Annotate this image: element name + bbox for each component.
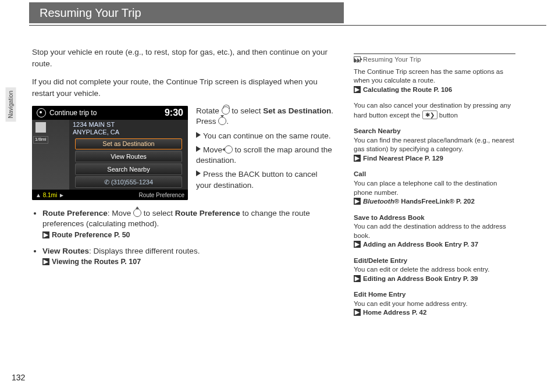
- updown-dial-icon: [133, 209, 141, 217]
- section-tab: Navigation: [6, 87, 16, 122]
- xref-page: P. 129: [423, 155, 443, 162]
- xref-text: Home Address: [363, 309, 410, 316]
- section-tab-label: Navigation: [8, 91, 14, 118]
- shot-titlebar: Continue trip to 9:30: [32, 106, 188, 120]
- t: You can edit or delete the address book …: [354, 266, 489, 273]
- t: You can place a telephone call to the de…: [354, 180, 497, 196]
- t: Rotate: [196, 106, 222, 115]
- t: : Move: [108, 209, 133, 218]
- main-column: Stop your vehicle en route (e.g., to res…: [32, 47, 335, 273]
- home-icon: [37, 108, 46, 117]
- side-block-cancel: You can also cancel your destination by …: [354, 101, 515, 120]
- t: : Displays three different routes.: [89, 247, 200, 255]
- keycap-glyph: ✱: [425, 112, 430, 118]
- instr-rotate: Rotate to select Set as Destination. Pre…: [196, 106, 335, 127]
- title: Edit/Delete Entry: [354, 256, 515, 266]
- side-block-edit-home: Edit Home Entry You can edit your home a…: [354, 290, 515, 318]
- shot-btn-search-nearby: Search Nearby: [75, 163, 182, 175]
- side-block-edit-delete: Edit/Delete Entry You can edit or delete…: [354, 256, 515, 284]
- xref-icon: ▶: [354, 275, 361, 282]
- xref-page: P. 202: [454, 198, 475, 205]
- xref-icon: ▶: [42, 231, 49, 238]
- shot-clock: 9:30: [165, 106, 183, 119]
- star-button-keycap: ✱❯: [422, 111, 437, 120]
- instruction-block: Rotate to select Set as Destination. Pre…: [196, 106, 335, 194]
- side-rule: [354, 54, 515, 54]
- shot-distance: ▲ 8.1mi ►: [35, 191, 65, 199]
- xref-bluetooth-hfl: ▶Bluetooth® HandsFreeLink® P. 202: [354, 198, 475, 205]
- page-title: Resuming Your Trip: [29, 2, 344, 23]
- side-block-continue-trip: The Continue Trip screen has the same op…: [354, 67, 515, 95]
- xref-page: P. 39: [461, 275, 478, 282]
- addr-line1: 1234 MAIN ST: [73, 121, 115, 128]
- xref-text: Editing an Address Book Entry: [363, 275, 461, 282]
- triangle-icon: [196, 146, 201, 152]
- xref-icon: ▶: [354, 155, 361, 162]
- xref-text: Calculating the Route: [363, 86, 432, 93]
- xref-home-address: ▶Home Address P. 42: [354, 309, 426, 316]
- xref-edit-address: ▶Editing an Address Book Entry P. 39: [354, 275, 478, 282]
- xref-route-preference: ▶Route Preference P. 50: [42, 231, 130, 239]
- side-column: Resuming Your Trip The Continue Trip scr…: [354, 54, 515, 325]
- xref-text: Adding an Address Book Entry: [363, 241, 462, 248]
- fastfwd-icon: [354, 58, 360, 63]
- header-rule: [29, 25, 546, 26]
- title: Search Nearby: [354, 127, 515, 136]
- bullet-view-routes: View Routes: Displays three different ro…: [42, 246, 335, 267]
- xref-text-italic: Bluetooth: [363, 198, 394, 205]
- xref-icon: ▶: [354, 309, 361, 316]
- shot-map: 1/8mi: [32, 120, 69, 190]
- screenshot-row: Continue trip to 9:30 1/8mi 1234 MAIN ST…: [32, 106, 335, 200]
- triangle-icon: [196, 170, 201, 176]
- side-block-call: Call You can place a telephone call to t…: [354, 170, 515, 206]
- header: Resuming Your Trip: [29, 2, 546, 26]
- instr-bullet-2: Move to scroll the map around the destin…: [196, 145, 335, 166]
- xref-page: P. 106: [432, 86, 452, 93]
- t: to select: [230, 106, 264, 115]
- intro-paragraph-1: Stop your vehicle en route (e.g., to res…: [32, 47, 335, 69]
- target: Route Preference: [175, 209, 240, 218]
- t: The Continue Trip screen has the same op…: [354, 68, 503, 84]
- page-title-text: Resuming Your Trip: [40, 5, 141, 21]
- xref-text: Viewing the Routes: [52, 258, 119, 266]
- xref-text: Find Nearest Place: [363, 155, 423, 162]
- shot-bottombar: ▲ 8.1mi ► Route Preference: [32, 190, 188, 200]
- shot-address: 1234 MAIN ST ANYPLACE, CA: [73, 121, 184, 136]
- side-block-save-address: Save to Address Book You can add the des…: [354, 213, 515, 250]
- shot-title-left: Continue trip to: [37, 108, 97, 117]
- shot-btn-set-destination: Set as Destination: [75, 138, 182, 150]
- xref-page: P. 107: [119, 258, 141, 266]
- xref-page: P. 42: [410, 309, 427, 316]
- label: View Routes: [42, 247, 89, 255]
- label: Route Preference: [42, 209, 108, 218]
- xref-find-nearest: ▶Find Nearest Place P. 129: [354, 155, 443, 162]
- shot-body: 1/8mi 1234 MAIN ST ANYPLACE, CA Set as D…: [32, 120, 188, 190]
- shot-distance-value: 8.1mi: [43, 192, 57, 198]
- xref-text-rest: ® HandsFreeLink®: [394, 198, 454, 205]
- title: Save to Address Book: [354, 213, 515, 223]
- t: You can add the destination address to t…: [354, 223, 506, 239]
- push-dial-icon: [218, 117, 226, 125]
- side-header: Resuming Your Trip: [354, 55, 515, 64]
- side-header-icon: [354, 56, 361, 62]
- side-header-text: Resuming Your Trip: [363, 55, 421, 64]
- xref-page: P. 37: [462, 241, 479, 248]
- xref-page: P. 50: [112, 231, 130, 239]
- title: Edit Home Entry: [354, 290, 515, 300]
- title: Call: [354, 170, 515, 179]
- shot-route-pref: Route Preference: [139, 191, 184, 199]
- xref-view-routes: ▶Viewing the Routes P. 107: [42, 258, 141, 266]
- xref-icon: ▶: [354, 86, 361, 93]
- t: You can edit your home address entry.: [354, 300, 468, 307]
- rotary-dial-icon: [222, 106, 230, 115]
- instr-target: Set as Destination: [263, 106, 331, 115]
- xref-icon: ▶: [42, 258, 49, 265]
- side-block-search-nearby: Search Nearby You can find the nearest p…: [354, 127, 515, 163]
- shot-btn-phone: ✆ (310)555-1234: [75, 176, 182, 188]
- shot-btn-view-routes: View Routes: [75, 151, 182, 162]
- t: You can continue on the same route.: [203, 131, 330, 140]
- page-number: 132: [12, 372, 25, 383]
- bullet-route-preference: Route Preference: Move to select Route P…: [42, 208, 335, 240]
- t: button: [439, 112, 458, 119]
- nav-screenshot: Continue trip to 9:30 1/8mi 1234 MAIN ST…: [32, 106, 188, 200]
